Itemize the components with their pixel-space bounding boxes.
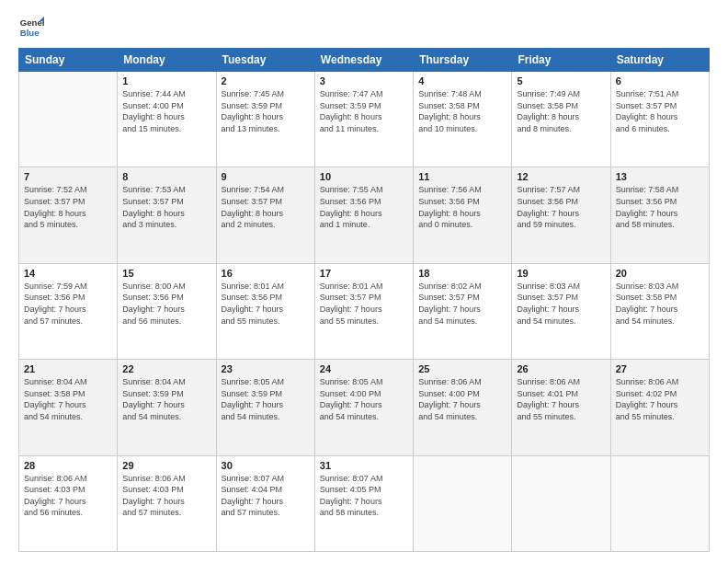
calendar-cell: 8Sunrise: 7:53 AMSunset: 3:57 PMDaylight… bbox=[118, 167, 216, 263]
day-info: Sunrise: 7:56 AMSunset: 3:56 PMDaylight:… bbox=[418, 184, 506, 230]
day-number: 1 bbox=[122, 75, 210, 86]
header-friday: Friday bbox=[512, 49, 610, 72]
header-sunday: Sunday bbox=[19, 49, 118, 72]
calendar-cell: 5Sunrise: 7:49 AMSunset: 3:58 PMDaylight… bbox=[512, 72, 610, 167]
day-number: 22 bbox=[122, 363, 210, 374]
day-number: 23 bbox=[222, 363, 310, 374]
day-number: 2 bbox=[222, 75, 310, 86]
day-number: 6 bbox=[616, 75, 704, 86]
day-info: Sunrise: 8:06 AMSunset: 4:03 PMDaylight:… bbox=[122, 473, 210, 519]
day-info: Sunrise: 8:06 AMSunset: 4:01 PMDaylight:… bbox=[517, 376, 605, 422]
header-monday: Monday bbox=[118, 49, 216, 72]
calendar-cell: 25Sunrise: 8:06 AMSunset: 4:00 PMDayligh… bbox=[414, 360, 512, 455]
calendar-cell bbox=[610, 455, 709, 551]
day-number: 7 bbox=[24, 171, 112, 182]
calendar-cell: 26Sunrise: 8:06 AMSunset: 4:01 PMDayligh… bbox=[512, 360, 610, 455]
day-info: Sunrise: 8:01 AMSunset: 3:57 PMDaylight:… bbox=[320, 281, 408, 327]
day-info: Sunrise: 8:06 AMSunset: 4:02 PMDaylight:… bbox=[616, 376, 704, 422]
day-info: Sunrise: 8:06 AMSunset: 4:03 PMDaylight:… bbox=[24, 473, 112, 519]
logo-icon: General Blue bbox=[18, 15, 44, 40]
calendar-cell: 14Sunrise: 7:59 AMSunset: 3:56 PMDayligh… bbox=[19, 263, 118, 359]
calendar-cell: 21Sunrise: 8:04 AMSunset: 3:58 PMDayligh… bbox=[19, 360, 118, 455]
day-number: 31 bbox=[320, 460, 408, 471]
calendar-cell: 24Sunrise: 8:05 AMSunset: 4:00 PMDayligh… bbox=[314, 360, 413, 455]
calendar-cell: 29Sunrise: 8:06 AMSunset: 4:03 PMDayligh… bbox=[118, 455, 216, 551]
calendar-cell: 16Sunrise: 8:01 AMSunset: 3:56 PMDayligh… bbox=[216, 263, 314, 359]
calendar-cell: 7Sunrise: 7:52 AMSunset: 3:57 PMDaylight… bbox=[19, 167, 118, 263]
header-row: Sunday Monday Tuesday Wednesday Thursday… bbox=[19, 49, 710, 72]
day-number: 17 bbox=[320, 268, 408, 279]
calendar-cell: 31Sunrise: 8:07 AMSunset: 4:05 PMDayligh… bbox=[314, 455, 413, 551]
header-tuesday: Tuesday bbox=[216, 49, 314, 72]
calendar-cell: 1Sunrise: 7:44 AMSunset: 4:00 PMDaylight… bbox=[118, 72, 216, 167]
calendar-cell bbox=[414, 455, 512, 551]
svg-text:Blue: Blue bbox=[20, 28, 40, 38]
calendar-cell: 27Sunrise: 8:06 AMSunset: 4:02 PMDayligh… bbox=[610, 360, 709, 455]
calendar-cell: 18Sunrise: 8:02 AMSunset: 3:57 PMDayligh… bbox=[414, 263, 512, 359]
day-info: Sunrise: 8:03 AMSunset: 3:57 PMDaylight:… bbox=[517, 281, 605, 327]
day-number: 16 bbox=[222, 268, 310, 279]
day-info: Sunrise: 7:59 AMSunset: 3:56 PMDaylight:… bbox=[24, 281, 112, 327]
calendar-cell: 30Sunrise: 8:07 AMSunset: 4:04 PMDayligh… bbox=[216, 455, 314, 551]
logo: General Blue bbox=[18, 15, 44, 40]
day-number: 14 bbox=[24, 268, 112, 279]
calendar-cell: 20Sunrise: 8:03 AMSunset: 3:58 PMDayligh… bbox=[610, 263, 709, 359]
calendar-cell: 17Sunrise: 8:01 AMSunset: 3:57 PMDayligh… bbox=[314, 263, 413, 359]
week-row-2: 7Sunrise: 7:52 AMSunset: 3:57 PMDaylight… bbox=[19, 167, 710, 263]
day-info: Sunrise: 7:55 AMSunset: 3:56 PMDaylight:… bbox=[320, 184, 408, 230]
day-number: 15 bbox=[122, 268, 210, 279]
day-number: 3 bbox=[320, 75, 408, 86]
header-wednesday: Wednesday bbox=[314, 49, 413, 72]
calendar-cell: 9Sunrise: 7:54 AMSunset: 3:57 PMDaylight… bbox=[216, 167, 314, 263]
day-number: 9 bbox=[222, 171, 310, 182]
day-number: 26 bbox=[517, 363, 605, 374]
calendar-cell: 13Sunrise: 7:58 AMSunset: 3:56 PMDayligh… bbox=[610, 167, 709, 263]
calendar-cell: 3Sunrise: 7:47 AMSunset: 3:59 PMDaylight… bbox=[314, 72, 413, 167]
day-number: 25 bbox=[418, 363, 506, 374]
day-info: Sunrise: 7:54 AMSunset: 3:57 PMDaylight:… bbox=[222, 184, 310, 230]
day-info: Sunrise: 8:03 AMSunset: 3:58 PMDaylight:… bbox=[616, 281, 704, 327]
day-number: 24 bbox=[320, 363, 408, 374]
day-info: Sunrise: 8:02 AMSunset: 3:57 PMDaylight:… bbox=[418, 281, 506, 327]
calendar-cell: 19Sunrise: 8:03 AMSunset: 3:57 PMDayligh… bbox=[512, 263, 610, 359]
calendar-cell: 10Sunrise: 7:55 AMSunset: 3:56 PMDayligh… bbox=[314, 167, 413, 263]
day-number: 5 bbox=[517, 75, 605, 86]
day-info: Sunrise: 7:45 AMSunset: 3:59 PMDaylight:… bbox=[222, 88, 310, 134]
day-info: Sunrise: 8:07 AMSunset: 4:04 PMDaylight:… bbox=[222, 473, 310, 519]
day-number: 8 bbox=[122, 171, 210, 182]
calendar-cell bbox=[19, 72, 118, 167]
week-row-5: 28Sunrise: 8:06 AMSunset: 4:03 PMDayligh… bbox=[19, 455, 710, 551]
day-info: Sunrise: 7:49 AMSunset: 3:58 PMDaylight:… bbox=[517, 88, 605, 134]
day-number: 4 bbox=[418, 75, 506, 86]
day-number: 18 bbox=[418, 268, 506, 279]
calendar-cell bbox=[512, 455, 610, 551]
calendar-cell: 15Sunrise: 8:00 AMSunset: 3:56 PMDayligh… bbox=[118, 263, 216, 359]
calendar-cell: 12Sunrise: 7:57 AMSunset: 3:56 PMDayligh… bbox=[512, 167, 610, 263]
day-number: 12 bbox=[517, 171, 605, 182]
day-info: Sunrise: 8:00 AMSunset: 3:56 PMDaylight:… bbox=[122, 281, 210, 327]
calendar-cell: 6Sunrise: 7:51 AMSunset: 3:57 PMDaylight… bbox=[610, 72, 709, 167]
header: General Blue bbox=[18, 15, 710, 40]
calendar-table: Sunday Monday Tuesday Wednesday Thursday… bbox=[18, 48, 710, 552]
day-number: 11 bbox=[418, 171, 506, 182]
day-number: 20 bbox=[616, 268, 704, 279]
header-thursday: Thursday bbox=[414, 49, 512, 72]
day-info: Sunrise: 7:57 AMSunset: 3:56 PMDaylight:… bbox=[517, 184, 605, 230]
calendar-cell: 28Sunrise: 8:06 AMSunset: 4:03 PMDayligh… bbox=[19, 455, 118, 551]
day-number: 28 bbox=[24, 460, 112, 471]
page: General Blue Sunday Monday Tuesday Wedne… bbox=[0, 0, 728, 563]
day-info: Sunrise: 7:53 AMSunset: 3:57 PMDaylight:… bbox=[122, 184, 210, 230]
day-info: Sunrise: 7:58 AMSunset: 3:56 PMDaylight:… bbox=[616, 184, 704, 230]
day-info: Sunrise: 8:04 AMSunset: 3:59 PMDaylight:… bbox=[122, 376, 210, 422]
week-row-4: 21Sunrise: 8:04 AMSunset: 3:58 PMDayligh… bbox=[19, 360, 710, 455]
day-number: 13 bbox=[616, 171, 704, 182]
calendar-cell: 2Sunrise: 7:45 AMSunset: 3:59 PMDaylight… bbox=[216, 72, 314, 167]
week-row-3: 14Sunrise: 7:59 AMSunset: 3:56 PMDayligh… bbox=[19, 263, 710, 359]
day-info: Sunrise: 7:48 AMSunset: 3:58 PMDaylight:… bbox=[418, 88, 506, 134]
calendar-body: 1Sunrise: 7:44 AMSunset: 4:00 PMDaylight… bbox=[19, 72, 710, 552]
calendar-cell: 23Sunrise: 8:05 AMSunset: 3:59 PMDayligh… bbox=[216, 360, 314, 455]
day-number: 29 bbox=[122, 460, 210, 471]
day-info: Sunrise: 8:05 AMSunset: 3:59 PMDaylight:… bbox=[222, 376, 310, 422]
calendar-cell: 4Sunrise: 7:48 AMSunset: 3:58 PMDaylight… bbox=[414, 72, 512, 167]
svg-text:General: General bbox=[20, 17, 44, 28]
